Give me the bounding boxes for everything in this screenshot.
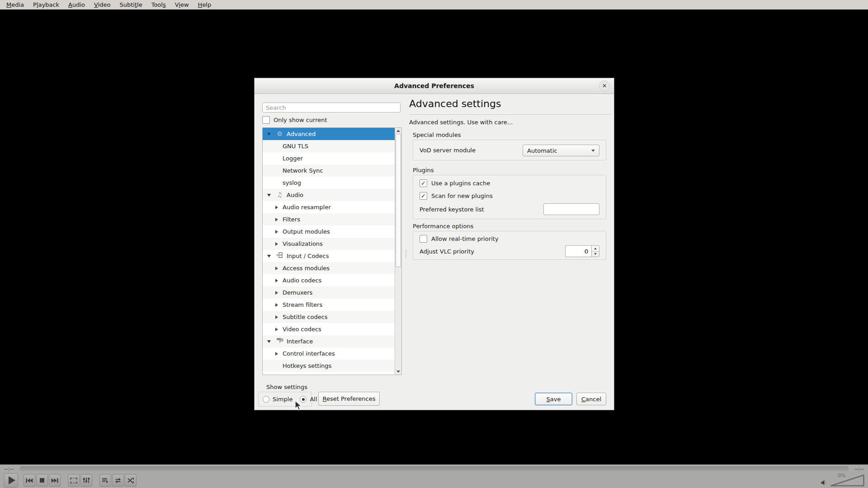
tree-item-filters[interactable]: Filters	[263, 213, 395, 225]
spin-up-icon[interactable]	[592, 246, 599, 251]
tree-item-hotkeys-settings[interactable]: Hotkeys settings	[263, 360, 395, 372]
expander-closed-icon[interactable]	[275, 315, 278, 319]
seek-row: --:-- --:--	[0, 465, 868, 472]
vlc-priority-spinner	[565, 245, 599, 257]
previous-button[interactable]	[24, 474, 35, 487]
save-button[interactable]: Save	[535, 393, 572, 405]
speaker-muted-icon[interactable]	[821, 479, 828, 486]
tree-item-interface[interactable]: Interface	[263, 335, 395, 347]
vlc-priority-input[interactable]	[565, 245, 591, 257]
menu-subtitle[interactable]: Subtitle	[115, 1, 146, 9]
tree-item-advanced[interactable]: ⚙Advanced	[263, 128, 395, 140]
menu-tools[interactable]: Tools	[147, 1, 170, 9]
expander-closed-icon[interactable]	[275, 279, 278, 282]
expander-closed-icon[interactable]	[275, 352, 278, 356]
tree-item-access-modules[interactable]: Access modules	[263, 262, 395, 274]
expander-closed-icon[interactable]	[275, 230, 278, 234]
gear-icon: ⚙	[276, 130, 283, 138]
tree-item-main-interfaces[interactable]: Main interfaces	[263, 372, 395, 375]
preferred-keystore-input[interactable]	[543, 203, 599, 215]
vod-server-module-label: VoD server module	[420, 147, 476, 154]
menu-help[interactable]: Help	[193, 1, 216, 9]
expander-open-icon[interactable]	[267, 194, 271, 197]
simple-radio-label: Simple	[273, 396, 292, 403]
tree-item-input-codecs[interactable]: Input / Codecs	[263, 250, 395, 262]
extended-settings-button[interactable]	[80, 474, 92, 487]
expander-closed-icon[interactable]	[275, 242, 278, 246]
scroll-up-icon[interactable]	[395, 128, 401, 134]
panel-splitter-handle[interactable]	[405, 250, 407, 265]
loop-button[interactable]	[112, 474, 124, 487]
tree-item-stream-filters[interactable]: Stream filters	[263, 299, 395, 311]
tree-item-demuxers[interactable]: Demuxers	[263, 286, 395, 299]
scrollbar-thumb[interactable]	[396, 134, 401, 267]
play-icon	[9, 476, 15, 484]
filmstrip-icon	[276, 252, 283, 260]
tree-item-control-interfaces[interactable]: Control interfaces	[263, 347, 395, 360]
tree-item-syslog[interactable]: syslog	[263, 177, 395, 189]
menu-playback[interactable]: Playback	[28, 1, 64, 9]
realtime-priority-row: ✓ Allow real-time priority	[420, 235, 499, 243]
expander-closed-icon[interactable]	[275, 267, 278, 270]
menu-video[interactable]: Video	[90, 1, 115, 9]
tree-item-logger[interactable]: Logger	[263, 152, 395, 164]
search-input[interactable]	[262, 103, 401, 113]
tree-rows: ⚙Advanced GNU TLS Logger Network Sync sy…	[263, 128, 395, 375]
tree-item-audio-resampler[interactable]: Audio resampler	[263, 201, 395, 213]
next-button[interactable]	[49, 474, 61, 487]
play-button[interactable]	[4, 473, 18, 488]
simple-radio[interactable]	[263, 396, 269, 403]
stop-button[interactable]	[36, 474, 48, 487]
show-settings-label: Show settings	[266, 384, 307, 390]
tree-item-network-sync[interactable]: Network Sync	[263, 164, 395, 177]
tree-item-audio-codecs[interactable]: Audio codecs	[263, 274, 395, 286]
cancel-button[interactable]: Cancel	[576, 393, 606, 405]
only-show-current-checkbox[interactable]: ✓	[262, 116, 270, 124]
menu-media[interactable]: Media	[2, 1, 28, 9]
tree-item-gnu-tls[interactable]: GNU TLS	[263, 140, 395, 152]
fullscreen-button[interactable]	[68, 474, 80, 487]
expander-closed-icon[interactable]	[275, 206, 278, 209]
tree-scrollbar[interactable]	[395, 128, 401, 375]
menu-audio[interactable]: Audio	[64, 1, 90, 9]
paint-roller-icon	[276, 337, 283, 346]
scan-for-new-plugins-label: Scan for new plugins	[431, 192, 493, 199]
playlist-button[interactable]	[99, 474, 111, 487]
stop-icon	[40, 478, 44, 483]
adjust-vlc-priority-label: Adjust VLC priority	[420, 248, 474, 255]
vod-server-module-dropdown[interactable]: Automatic	[523, 145, 599, 156]
expander-open-icon[interactable]	[267, 255, 271, 258]
spin-down-icon[interactable]	[592, 251, 599, 257]
panel-heading: Advanced settings	[409, 98, 501, 109]
expander-open-icon[interactable]	[267, 340, 271, 343]
shuffle-icon	[127, 478, 134, 483]
tree-item-output-modules[interactable]: Output modules	[263, 225, 395, 238]
expander-closed-icon[interactable]	[275, 218, 278, 221]
scroll-down-icon[interactable]	[395, 369, 401, 375]
simple-radio-option[interactable]: Simple	[263, 396, 292, 403]
reset-preferences-button[interactable]: Reset Preferences	[318, 392, 380, 406]
menu-bar: Media Playback Audio Video Subtitle Tool…	[0, 0, 868, 9]
expander-closed-icon[interactable]	[275, 291, 278, 295]
tree-item-audio[interactable]: ♫Audio	[263, 189, 395, 201]
tree-item-visualizations[interactable]: Visualizations	[263, 238, 395, 250]
expander-open-icon[interactable]	[267, 133, 271, 136]
use-plugins-cache-label: Use a plugins cache	[431, 180, 490, 187]
seek-slider[interactable]	[19, 466, 848, 471]
expander-closed-icon[interactable]	[275, 328, 278, 331]
menu-view[interactable]: View	[170, 1, 193, 9]
tree-item-video-codecs[interactable]: Video codecs	[263, 323, 395, 335]
preferences-tree: ⚙Advanced GNU TLS Logger Network Sync sy…	[262, 127, 402, 375]
use-plugins-cache-checkbox[interactable]: ✓	[420, 179, 427, 187]
tree-item-subtitle-codecs[interactable]: Subtitle codecs	[263, 311, 395, 323]
previous-icon	[26, 478, 33, 483]
allow-realtime-priority-checkbox[interactable]: ✓	[420, 235, 427, 243]
scan-plugins-row: ✓ Scan for new plugins	[420, 192, 493, 200]
random-button[interactable]	[125, 474, 137, 487]
special-modules-group: VoD server module Automatic	[413, 140, 606, 160]
expander-closed-icon[interactable]	[275, 303, 278, 307]
volume-slider[interactable]: 0%	[830, 473, 865, 487]
only-show-current-label: Only show current	[274, 117, 327, 123]
controls-row	[4, 473, 137, 488]
scan-for-new-plugins-checkbox[interactable]: ✓	[420, 192, 427, 200]
